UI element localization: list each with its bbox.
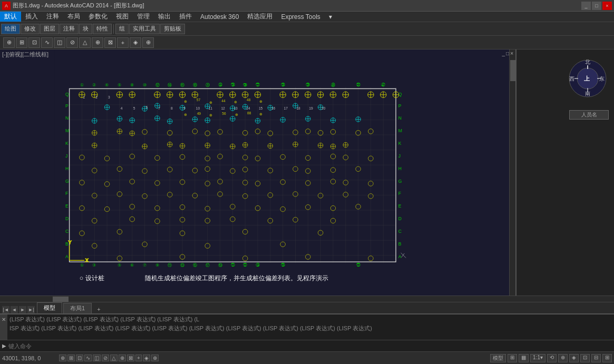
svg-text:㉙: ㉙ — [306, 83, 310, 87]
svg-text:⑳: ⑳ — [206, 83, 210, 87]
polar-tool[interactable]: ∿ — [84, 355, 92, 361]
menu-item-10[interactable]: 精选应用 — [243, 12, 277, 22]
scale-btn[interactable]: 1:1▾ — [530, 354, 545, 362]
model-btn[interactable]: 模型 — [490, 354, 506, 362]
ortho-tool[interactable]: ⊡ — [76, 355, 83, 361]
ui-btn[interactable]: ⊟ — [591, 354, 601, 362]
sel-tool[interactable]: + — [135, 355, 142, 361]
lw-tool[interactable]: △ — [110, 355, 118, 361]
toolbar-icon-11[interactable]: ⊕ — [142, 37, 154, 48]
scroll-thumb-v[interactable] — [510, 60, 515, 81]
toolbar-tab-组[interactable]: 组 — [115, 24, 129, 34]
hardware-btn[interactable]: ◈ — [569, 354, 579, 362]
nav-last[interactable]: ►| — [27, 306, 35, 313]
toolbar-separator-6 — [113, 24, 114, 34]
cad-viewport[interactable]: [-][俯视][二维线框] _ □ × — [0, 50, 516, 296]
menu-item-4[interactable]: 参数化 — [84, 12, 112, 22]
toolbar-icon-2[interactable]: ⊡ — [28, 37, 40, 48]
cmd-input[interactable] — [8, 343, 612, 349]
vp-close[interactable]: × — [510, 51, 513, 56]
qp-tool[interactable]: ⊠ — [127, 355, 134, 361]
grid-tool[interactable]: ⊞ — [67, 355, 75, 361]
user-name-box[interactable]: 人员名 — [569, 110, 609, 120]
right-panel: 北 南 东 西 上 人员名 — [516, 50, 614, 296]
toolbar-icon-5[interactable]: ⊘ — [66, 37, 78, 48]
menu-item-8[interactable]: 插件 — [175, 12, 196, 22]
toolbar-tab-绘图[interactable]: 绘图 — [1, 24, 20, 34]
svg-text:㉗: ㉗ — [356, 263, 360, 268]
close-button[interactable]: × — [602, 2, 612, 10]
nav-next[interactable]: ► — [19, 306, 26, 313]
toolbar-icon-6[interactable]: △ — [79, 37, 91, 48]
nav-btn[interactable]: ⟲ — [547, 354, 557, 362]
anno-tool[interactable]: ◈ — [143, 355, 150, 361]
toolbar-tab-特性[interactable]: 特性 — [93, 24, 112, 34]
tab-layout1[interactable]: 布局1 — [63, 303, 92, 313]
svg-text:⑫: ⑫ — [155, 83, 160, 87]
tab-model[interactable]: 模型 — [37, 302, 62, 313]
menu-item-7[interactable]: 输出 — [154, 12, 175, 22]
cmd-close-btn[interactable]: ✕ — [0, 314, 7, 340]
svg-text:A: A — [398, 254, 402, 259]
scroll-thumb-h[interactable] — [53, 297, 69, 302]
display-btn[interactable]: ▦ — [519, 354, 529, 362]
toolbar-tab-块[interactable]: 块 — [79, 24, 92, 34]
minimize-button[interactable]: _ — [581, 2, 591, 10]
toolbar-icon-9[interactable]: + — [117, 37, 129, 48]
isolate-btn[interactable]: ⊡ — [580, 354, 590, 362]
maximize-button[interactable]: □ — [592, 2, 601, 10]
toolbar-icon-0[interactable]: ⊕ — [3, 37, 15, 48]
snap-tool[interactable]: ⊕ — [59, 355, 66, 361]
vertical-scrollbar[interactable] — [509, 50, 515, 296]
svg-text:随机生成桩位偏差竣工图程序，并生成桩位偏差列表。见程序演示: 随机生成桩位偏差竣工图程序，并生成桩位偏差列表。见程序演示 — [145, 274, 328, 282]
toolbar-icon-3[interactable]: ∿ — [41, 37, 53, 48]
svg-text:⑨: ⑨ — [155, 263, 159, 268]
svg-text:11: 11 — [209, 106, 213, 110]
svg-text:㉗: ㉗ — [256, 83, 260, 87]
svg-text:⑭: ⑭ — [168, 83, 172, 87]
menu-item-12[interactable]: ▾ — [325, 12, 336, 22]
menu-item-1[interactable]: 插入 — [21, 12, 42, 22]
nav-first[interactable]: |◄ — [2, 306, 9, 313]
menu-item-2[interactable]: 注释 — [42, 12, 63, 22]
nav-prev[interactable]: ◄ — [11, 306, 18, 313]
ws-select-btn[interactable]: ⊞ — [602, 354, 612, 362]
lock-btn[interactable]: ⊕ — [558, 354, 568, 362]
toolbar-tab-修改[interactable]: 修改 — [21, 24, 40, 34]
toolbar-icon-10[interactable]: ◈ — [130, 37, 141, 48]
svg-text:⑮: ⑮ — [193, 263, 197, 268]
svg-text:⊕: ⊕ — [184, 113, 187, 116]
cmd-line1: (LISP 表达式) (LISP 表达式) (LISP 表达式) (LISP 表… — [9, 316, 612, 323]
svg-text:㉕: ㉕ — [281, 263, 285, 268]
compass: 北 南 东 西 上 — [567, 57, 609, 100]
osnap-tool[interactable]: ◫ — [93, 355, 101, 361]
toolbar-tab-注释[interactable]: 注释 — [60, 24, 79, 34]
toolbar-tab-实用工具[interactable]: 实用工具 — [129, 24, 160, 34]
svg-text:C: C — [65, 229, 69, 234]
svg-text:9: 9 — [183, 106, 186, 110]
add-layout-btn[interactable]: + — [95, 305, 102, 313]
menu-item-6[interactable]: 管理 — [133, 12, 154, 22]
dynin-tool[interactable]: ⊘ — [102, 355, 109, 361]
toolbar-tab-图层[interactable]: 图层 — [40, 24, 59, 34]
menu-item-5[interactable]: 视图 — [112, 12, 133, 22]
menu-item-3[interactable]: 布局 — [63, 12, 84, 22]
toolbar-tab-剪贴板[interactable]: 剪贴板 — [160, 24, 185, 34]
vp-min[interactable]: _ — [502, 51, 505, 56]
drawing-area: [-][俯视][二维线框] _ □ × — [0, 50, 614, 296]
toolbar-icon-4[interactable]: ◫ — [54, 37, 65, 48]
toolbar-icon-1[interactable]: ⊞ — [16, 37, 27, 48]
toolbar-icon-8[interactable]: ⊠ — [104, 37, 116, 48]
horizontal-scrollbar[interactable] — [0, 296, 614, 302]
menu-item-11[interactable]: Express Tools — [277, 12, 324, 22]
menu-item-9[interactable]: Autodesk 360 — [196, 12, 243, 22]
toolbar-icon-7[interactable]: ⊕ — [92, 37, 103, 48]
tp-tool[interactable]: ⊕ — [119, 355, 126, 361]
ws-tool[interactable]: ⊕ — [151, 355, 159, 361]
menu-item-0[interactable]: 默认 — [0, 12, 21, 22]
svg-text:3: 3 — [108, 95, 110, 99]
vp-max[interactable]: □ — [506, 51, 509, 56]
svg-text:⑰: ⑰ — [206, 263, 210, 268]
layout-grid-btn[interactable]: ⊞ — [508, 354, 517, 362]
svg-text:⊕: ⊕ — [209, 101, 212, 104]
